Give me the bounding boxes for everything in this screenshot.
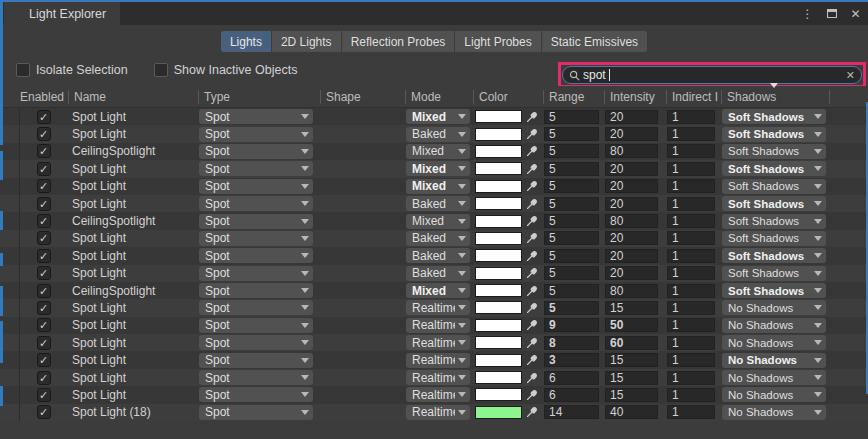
intensity-field[interactable]: 15 bbox=[605, 353, 658, 367]
shadows-dropdown[interactable]: Soft Shadows bbox=[722, 248, 826, 263]
shadows-dropdown[interactable]: Soft Shadows bbox=[722, 144, 826, 159]
color-swatch[interactable] bbox=[475, 284, 522, 297]
indirect-multiplier-field[interactable]: 1 bbox=[667, 405, 715, 419]
tab-reflection-probes[interactable]: Reflection Probes bbox=[342, 31, 455, 52]
shadows-dropdown[interactable]: No Shadows bbox=[722, 335, 826, 350]
tab-2d-lights[interactable]: 2D Lights bbox=[272, 31, 341, 52]
type-dropdown[interactable]: Spot bbox=[199, 300, 313, 315]
color-swatch[interactable] bbox=[475, 128, 522, 141]
color-swatch[interactable] bbox=[475, 110, 522, 123]
enabled-checkbox[interactable]: ✓ bbox=[37, 127, 51, 141]
enabled-checkbox[interactable]: ✓ bbox=[37, 214, 51, 228]
mode-dropdown[interactable]: Mixed bbox=[406, 214, 470, 229]
color-swatch[interactable] bbox=[475, 336, 522, 349]
range-field[interactable]: 5 bbox=[544, 301, 599, 315]
type-dropdown[interactable]: Spot bbox=[199, 196, 313, 211]
type-dropdown[interactable]: Spot bbox=[199, 109, 313, 124]
mode-dropdown[interactable]: Mixed bbox=[406, 283, 470, 298]
light-name[interactable]: Spot Light bbox=[67, 351, 197, 368]
light-name[interactable]: Spot Light bbox=[67, 230, 197, 247]
indirect-multiplier-field[interactable]: 1 bbox=[667, 110, 715, 124]
type-dropdown[interactable]: Spot bbox=[199, 161, 313, 176]
intensity-field[interactable]: 20 bbox=[605, 110, 658, 124]
search-clear-icon[interactable]: ✕ bbox=[846, 69, 855, 82]
color-swatch[interactable] bbox=[475, 301, 522, 314]
shadows-dropdown[interactable]: No Shadows bbox=[722, 387, 826, 402]
intensity-field[interactable]: 80 bbox=[605, 144, 658, 158]
enabled-checkbox[interactable]: ✓ bbox=[37, 301, 51, 315]
shadows-dropdown[interactable]: Soft Shadows bbox=[722, 283, 826, 298]
shadows-dropdown[interactable]: No Shadows bbox=[722, 353, 826, 368]
light-name[interactable]: CeilingSpotlight bbox=[67, 212, 197, 229]
shadows-dropdown[interactable]: No Shadows bbox=[722, 300, 826, 315]
range-field[interactable]: 3 bbox=[544, 353, 599, 367]
range-field[interactable]: 5 bbox=[544, 249, 599, 263]
column-header-mode[interactable]: Mode bbox=[405, 90, 473, 104]
indirect-multiplier-field[interactable]: 1 bbox=[667, 144, 715, 158]
column-header-indirect[interactable]: Indirect I bbox=[666, 90, 721, 104]
mode-dropdown[interactable]: Realtime bbox=[406, 387, 470, 402]
table-row[interactable]: ✓ Spot Light Spot Realtime 8 60 1 bbox=[0, 334, 868, 351]
light-name[interactable]: Spot Light bbox=[67, 386, 197, 403]
light-name[interactable]: Spot Light bbox=[67, 108, 197, 125]
color-swatch[interactable] bbox=[475, 319, 522, 332]
indirect-multiplier-field[interactable]: 1 bbox=[667, 388, 715, 402]
color-swatch[interactable] bbox=[475, 267, 522, 280]
light-name[interactable]: Spot Light bbox=[67, 247, 197, 264]
intensity-field[interactable]: 15 bbox=[605, 371, 658, 385]
intensity-field[interactable]: 15 bbox=[605, 388, 658, 402]
eyedropper-icon[interactable] bbox=[525, 336, 539, 350]
eyedropper-icon[interactable] bbox=[525, 162, 539, 176]
tab-lights[interactable]: Lights bbox=[221, 31, 271, 52]
light-name[interactable]: Spot Light bbox=[67, 317, 197, 334]
table-row[interactable]: ✓ Spot Light Spot Mixed 5 20 1 S bbox=[0, 160, 868, 177]
enabled-checkbox[interactable]: ✓ bbox=[37, 144, 51, 158]
mode-dropdown[interactable]: Baked bbox=[406, 248, 470, 263]
color-swatch[interactable] bbox=[475, 371, 522, 384]
type-dropdown[interactable]: Spot bbox=[199, 405, 313, 420]
indirect-multiplier-field[interactable]: 1 bbox=[667, 284, 715, 298]
intensity-field[interactable]: 20 bbox=[605, 179, 658, 193]
enabled-checkbox[interactable]: ✓ bbox=[37, 371, 51, 385]
indirect-multiplier-field[interactable]: 1 bbox=[667, 214, 715, 228]
range-field[interactable]: 6 bbox=[544, 371, 599, 385]
indirect-multiplier-field[interactable]: 1 bbox=[667, 371, 715, 385]
color-swatch[interactable] bbox=[475, 388, 522, 401]
eyedropper-icon[interactable] bbox=[525, 371, 539, 385]
light-name[interactable]: Spot Light bbox=[67, 195, 197, 212]
enabled-checkbox[interactable]: ✓ bbox=[37, 110, 51, 124]
enabled-checkbox[interactable]: ✓ bbox=[37, 266, 51, 280]
eyedropper-icon[interactable] bbox=[525, 301, 539, 315]
checkbox-icon[interactable] bbox=[16, 63, 30, 77]
mode-dropdown[interactable]: Mixed bbox=[406, 109, 470, 124]
table-row[interactable]: ✓ Spot Light Spot Mixed 5 20 1 S bbox=[0, 108, 868, 125]
light-name[interactable]: Spot Light bbox=[67, 178, 197, 195]
color-swatch[interactable] bbox=[475, 406, 522, 419]
shadows-dropdown[interactable]: No Shadows bbox=[722, 370, 826, 385]
eyedropper-icon[interactable] bbox=[525, 318, 539, 332]
column-header-intensity[interactable]: Intensity bbox=[604, 90, 666, 104]
table-row[interactable]: ✓ Spot Light Spot Mixed 5 20 1 S bbox=[0, 178, 868, 195]
shadows-dropdown[interactable]: No Shadows bbox=[722, 405, 826, 420]
enabled-checkbox[interactable]: ✓ bbox=[37, 336, 51, 350]
intensity-field[interactable]: 20 bbox=[605, 162, 658, 176]
range-field[interactable]: 5 bbox=[544, 127, 599, 141]
type-dropdown[interactable]: Spot bbox=[199, 370, 313, 385]
column-header-name[interactable]: Name bbox=[68, 90, 198, 104]
table-row[interactable]: ✓ Spot Light Spot Baked 5 20 1 S bbox=[0, 195, 868, 212]
eyedropper-icon[interactable] bbox=[525, 405, 539, 419]
indirect-multiplier-field[interactable]: 1 bbox=[667, 179, 715, 193]
light-name[interactable]: Spot Light (18) bbox=[67, 404, 197, 421]
color-swatch[interactable] bbox=[475, 197, 522, 210]
mode-dropdown[interactable]: Realtime bbox=[406, 405, 470, 420]
light-name[interactable]: Spot Light bbox=[67, 265, 197, 282]
range-field[interactable]: 5 bbox=[544, 284, 599, 298]
indirect-multiplier-field[interactable]: 1 bbox=[667, 127, 715, 141]
type-dropdown[interactable]: Spot bbox=[199, 214, 313, 229]
enabled-checkbox[interactable]: ✓ bbox=[37, 388, 51, 402]
type-dropdown[interactable]: Spot bbox=[199, 283, 313, 298]
color-swatch[interactable] bbox=[475, 215, 522, 228]
enabled-checkbox[interactable]: ✓ bbox=[37, 249, 51, 263]
type-dropdown[interactable]: Spot bbox=[199, 127, 313, 142]
column-header-type[interactable]: Type bbox=[198, 90, 320, 104]
